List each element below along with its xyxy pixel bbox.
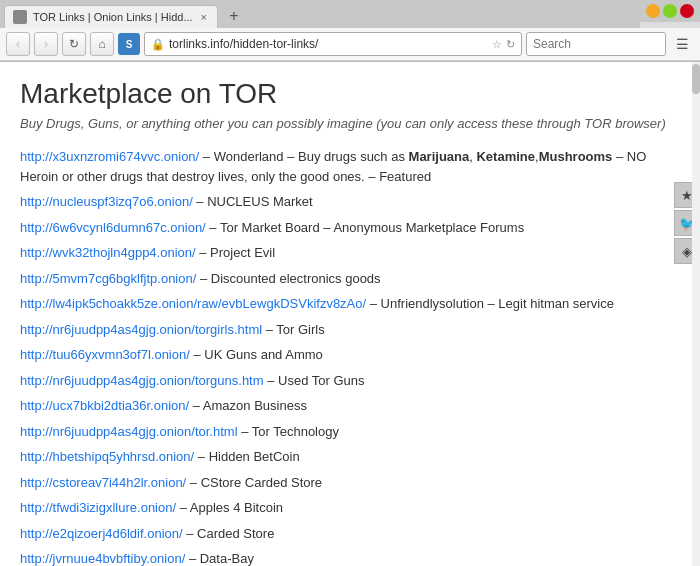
link-desc: – UK Guns and Ammo — [190, 347, 323, 362]
tor-link[interactable]: http://tfwdi3izigxllure.onion/ — [20, 500, 176, 515]
link-desc: – Tor Technology — [238, 424, 339, 439]
close-button[interactable] — [680, 4, 694, 18]
lock-icon: 🔒 — [151, 38, 165, 51]
list-item: http://wvk32thojln4gpp4.onion/ – Project… — [20, 243, 680, 263]
link-desc: – CStore Carded Store — [186, 475, 322, 490]
tor-link[interactable]: http://x3uxnzromi674vvc.onion/ — [20, 149, 199, 164]
link-desc: – Used Tor Guns — [264, 373, 365, 388]
link-desc: – Project Evil — [196, 245, 275, 260]
link-desc: – Wonderland – Buy drugs such as — [199, 149, 408, 164]
list-item: http://cstoreav7i44h2lr.onion/ – CStore … — [20, 473, 680, 493]
list-item: http://jvrnuue4bvbftiby.onion/ – Data-Ba… — [20, 549, 680, 566]
list-item: http://lw4ipk5choakk5ze.onion/raw/evbLew… — [20, 294, 680, 314]
list-item: http://x3uxnzromi674vvc.onion/ – Wonderl… — [20, 147, 680, 186]
url-refresh-icon[interactable]: ↻ — [506, 38, 515, 51]
browser-window: TOR Links | Onion Links | Hidd... × + ‹ … — [0, 0, 700, 566]
refresh-button[interactable]: ↻ — [62, 32, 86, 56]
link-desc: – Unfriendlysolution – Legit hitman serv… — [366, 296, 614, 311]
tor-link[interactable]: http://wvk32thojln4gpp4.onion/ — [20, 245, 196, 260]
list-item: http://e2qizoerj4d6ldif.onion/ – Carded … — [20, 524, 680, 544]
list-item: http://nr6juudpp4as4gjg.onion/torguns.ht… — [20, 371, 680, 391]
tor-link[interactable]: http://nr6juudpp4as4gjg.onion/torguns.ht… — [20, 373, 264, 388]
link-desc: – Tor Girls — [262, 322, 325, 337]
list-item: http://ucx7bkbi2dtia36r.onion/ – Amazon … — [20, 396, 680, 416]
tor-link[interactable]: http://5mvm7cg6bgklfjtp.onion/ — [20, 271, 196, 286]
browser-toolbar: ‹ › ↻ ⌂ S 🔒 ☆ ↻ ☰ — [0, 28, 700, 61]
tab-favicon — [13, 10, 27, 24]
link-desc: – Amazon Business — [189, 398, 307, 413]
page-content: Marketplace on TOR Buy Drugs, Guns, or a… — [0, 62, 700, 566]
tor-link[interactable]: http://nr6juudpp4as4gjg.onion/torgirls.h… — [20, 322, 262, 337]
maximize-button[interactable] — [663, 4, 677, 18]
menu-button[interactable]: ☰ — [670, 32, 694, 56]
tor-link[interactable]: http://nr6juudpp4as4gjg.onion/tor.html — [20, 424, 238, 439]
tab-label: TOR Links | Onion Links | Hidd... — [33, 11, 193, 23]
link-desc: – Carded Store — [183, 526, 275, 541]
tor-link[interactable]: http://cstoreav7i44h2lr.onion/ — [20, 475, 186, 490]
search-input[interactable] — [533, 37, 659, 51]
minimize-button[interactable] — [646, 4, 660, 18]
tor-link[interactable]: http://hbetshipq5yhhrsd.onion/ — [20, 449, 194, 464]
link-desc: – Hidden BetCoin — [194, 449, 300, 464]
link-desc: – Discounted electronics goods — [196, 271, 380, 286]
tor-link[interactable]: http://nucleuspf3izq7o6.onion/ — [20, 194, 193, 209]
home-button[interactable]: ⌂ — [90, 32, 114, 56]
page-subtitle: Buy Drugs, Guns, or anything other you c… — [20, 116, 680, 131]
page-title: Marketplace on TOR — [20, 78, 680, 110]
bold-text: Ketamine — [476, 149, 535, 164]
list-item: http://5mvm7cg6bgklfjtp.onion/ – Discoun… — [20, 269, 680, 289]
tor-link[interactable]: http://6w6vcynl6dumn67c.onion/ — [20, 220, 206, 235]
forward-button[interactable]: › — [34, 32, 58, 56]
list-item: http://nr6juudpp4as4gjg.onion/torgirls.h… — [20, 320, 680, 340]
url-star-icon[interactable]: ☆ — [492, 38, 502, 51]
bold-text: Mushrooms — [539, 149, 613, 164]
list-item: http://tfwdi3izigxllure.onion/ – Apples … — [20, 498, 680, 518]
tor-link[interactable]: http://e2qizoerj4d6ldif.onion/ — [20, 526, 183, 541]
list-item: http://nucleuspf3izq7o6.onion/ – NUCLEUS… — [20, 192, 680, 212]
search-bar[interactable] — [526, 32, 666, 56]
tor-link[interactable]: http://jvrnuue4bvbftiby.onion/ — [20, 551, 185, 566]
url-input[interactable] — [169, 37, 492, 51]
bold-text: Marijuana — [409, 149, 470, 164]
back-button[interactable]: ‹ — [6, 32, 30, 56]
tor-link[interactable]: http://lw4ipk5choakk5ze.onion/raw/evbLew… — [20, 296, 366, 311]
list-item: http://nr6juudpp4as4gjg.onion/tor.html –… — [20, 422, 680, 442]
link-desc: – Apples 4 Bitcoin — [176, 500, 283, 515]
scrollbar[interactable] — [692, 62, 700, 566]
new-tab-button[interactable]: + — [222, 4, 246, 28]
url-bar[interactable]: 🔒 ☆ ↻ — [144, 32, 522, 56]
link-desc: – Tor Market Board – Anonymous Marketpla… — [206, 220, 524, 235]
tor-link[interactable]: http://tuu66yxvmn3of7l.onion/ — [20, 347, 190, 362]
page-content-outer: Marketplace on TOR Buy Drugs, Guns, or a… — [0, 62, 700, 566]
links-list: http://nucleuspf3izq7o6.onion/ – NUCLEUS… — [20, 192, 680, 566]
scrollbar-thumb[interactable] — [692, 64, 700, 94]
link-desc: – NUCLEUS Market — [193, 194, 313, 209]
link-desc: – Data-Bay — [185, 551, 254, 566]
list-item: http://tuu66yxvmn3of7l.onion/ – UK Guns … — [20, 345, 680, 365]
list-item: http://6w6vcynl6dumn67c.onion/ – Tor Mar… — [20, 218, 680, 238]
list-item: http://hbetshipq5yhhrsd.onion/ – Hidden … — [20, 447, 680, 467]
active-tab[interactable]: TOR Links | Onion Links | Hidd... × — [4, 5, 218, 28]
shield-icon: S — [118, 33, 140, 55]
tab-close-button[interactable]: × — [199, 11, 209, 23]
tor-link[interactable]: http://ucx7bkbi2dtia36r.onion/ — [20, 398, 189, 413]
